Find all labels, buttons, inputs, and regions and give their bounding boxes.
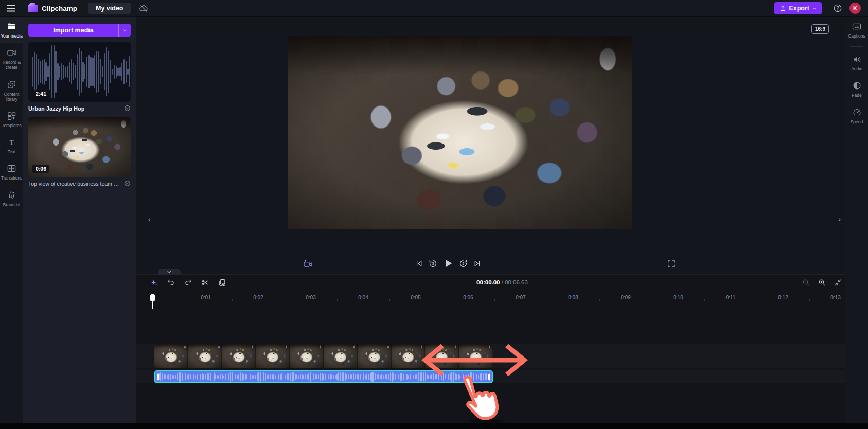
undo-icon[interactable]: [167, 278, 175, 287]
collapse-panel-left-icon[interactable]: [147, 216, 152, 223]
zoom-in-icon[interactable]: [818, 278, 826, 287]
sidebar-item-brand-kit[interactable]: Brand kit: [0, 186, 23, 212]
sidebar-item-speed[interactable]: Speed: [845, 103, 868, 129]
cloud-status-icon[interactable]: [124, 180, 131, 187]
media-card-video[interactable]: 0:06: [28, 117, 131, 177]
export-chevron-down-icon: [812, 6, 817, 11]
skip-to-start-icon[interactable]: [415, 259, 423, 268]
collapse-panel-right-icon[interactable]: [837, 216, 842, 223]
waveform-bar: [179, 372, 180, 382]
duplicate-icon[interactable]: [218, 278, 226, 287]
avatar[interactable]: K: [849, 3, 861, 14]
clipchamp-editor: Clipchamp My video Export K: [0, 0, 868, 429]
video-clip[interactable]: [154, 344, 493, 368]
sidebar-divider: [850, 46, 863, 47]
redo-icon[interactable]: [184, 278, 192, 287]
skip-to-end-icon[interactable]: [473, 259, 482, 268]
sidebar-item-record-create[interactable]: Record & create: [0, 43, 23, 75]
waveform-bar: [117, 68, 118, 76]
timeline-ruler[interactable]: 00:010:020:030:040:050:060:070:080:090:1…: [136, 292, 868, 308]
waveform-bar: [310, 372, 311, 381]
waveform-bar: [465, 375, 466, 379]
cloud-status-icon[interactable]: [124, 105, 131, 112]
waveform-bar: [462, 374, 463, 380]
sidebar-item-fade[interactable]: Fade: [845, 76, 868, 102]
waveform-bar: [421, 372, 422, 381]
forward-5-seconds-icon[interactable]: 5: [458, 259, 468, 269]
waveform-bar: [471, 372, 472, 381]
sidebar-item-text[interactable]: T Text: [0, 133, 23, 159]
sidebar-item-audio[interactable]: Audio: [845, 50, 868, 76]
waveform-bar: [416, 374, 417, 379]
waveform-bar: [119, 67, 120, 77]
timeline-collapse-button[interactable]: [158, 269, 181, 275]
auto-enhance-camera-icon[interactable]: [303, 259, 313, 269]
playhead[interactable]: [150, 294, 155, 309]
waveform-bar: [351, 374, 352, 379]
trim-handle-left[interactable]: [157, 373, 159, 380]
sidebar-item-label: Speed: [851, 119, 863, 124]
waveform-bar: [88, 55, 90, 88]
waveform-bar: [197, 374, 198, 380]
import-media-label[interactable]: Import media: [28, 24, 118, 37]
fullscreen-icon[interactable]: [667, 259, 676, 268]
ruler-label: 0:09: [621, 295, 630, 300]
split-scissors-icon[interactable]: [201, 278, 209, 287]
waveform-bar: [272, 374, 273, 380]
waveform-bar: [98, 51, 99, 92]
waveform-bar: [253, 375, 254, 378]
waveform-bar: [418, 372, 419, 381]
export-button[interactable]: Export: [774, 2, 822, 14]
aspect-ratio-badge[interactable]: 16:9: [811, 24, 829, 34]
project-title[interactable]: My video: [88, 3, 131, 14]
sidebar-item-your-media[interactable]: Your media: [0, 17, 23, 43]
timeline-toolbar: [150, 278, 226, 287]
waveform-bar: [335, 375, 336, 379]
waveform-bar: [485, 373, 486, 380]
waveform-bar: [327, 374, 328, 380]
waveform-bar: [476, 374, 477, 380]
waveform-bar: [458, 374, 459, 379]
playhead-cap[interactable]: [150, 294, 155, 301]
waveform-bar: [323, 374, 324, 380]
cloud-sync-off-icon[interactable]: [139, 4, 149, 13]
zoom-out-icon[interactable]: [802, 278, 810, 287]
play-icon[interactable]: [442, 258, 454, 269]
ruler-label: 0:06: [463, 295, 473, 300]
import-media-button[interactable]: Import media: [28, 24, 131, 37]
audio-clip[interactable]: [154, 370, 493, 383]
ruler-label: 0:08: [568, 295, 578, 300]
waveform-bar: [193, 374, 194, 380]
waveform-bar: [265, 373, 266, 380]
help-icon[interactable]: [833, 4, 842, 13]
sidebar-item-content-library[interactable]: Content library: [0, 75, 23, 106]
media-card-audio[interactable]: 2:41: [28, 42, 131, 102]
captions-icon: CC: [852, 22, 862, 31]
sidebar-item-label: Transitions: [1, 175, 22, 181]
filmstrip-frame: [459, 344, 493, 368]
waveform-bar: [218, 375, 219, 379]
waveform-bar: [355, 374, 356, 379]
waveform-bar: [453, 372, 454, 382]
waveform-bar: [177, 373, 178, 381]
waveform-bar: [263, 372, 264, 381]
clipchamp-logo[interactable]: Clipchamp: [28, 5, 77, 12]
media-card-video-caption: Top view of creative business team worki…: [28, 180, 131, 187]
hamburger-menu-icon[interactable]: [6, 5, 15, 12]
waveform-bar: [75, 65, 76, 78]
trim-handle-right[interactable]: [488, 373, 490, 380]
rewind-5-seconds-icon[interactable]: 5: [428, 259, 438, 269]
waveform-bar: [362, 373, 363, 380]
waveform-bar: [370, 373, 371, 380]
sidebar-item-transitions[interactable]: Transitions: [0, 159, 23, 185]
right-sidebar: CC Captions Audio Fade Speed: [845, 17, 868, 429]
magic-tools-icon[interactable]: [150, 278, 158, 287]
sidebar-item-captions[interactable]: CC Captions: [845, 17, 868, 43]
waveform-bar: [129, 56, 130, 87]
waveform-bar: [90, 57, 91, 87]
zoom-to-fit-icon[interactable]: [834, 278, 842, 287]
waveform-bar: [110, 60, 111, 83]
waveform-bar: [400, 373, 401, 381]
import-media-chevron[interactable]: [118, 24, 131, 37]
sidebar-item-templates[interactable]: Templates: [0, 106, 23, 133]
